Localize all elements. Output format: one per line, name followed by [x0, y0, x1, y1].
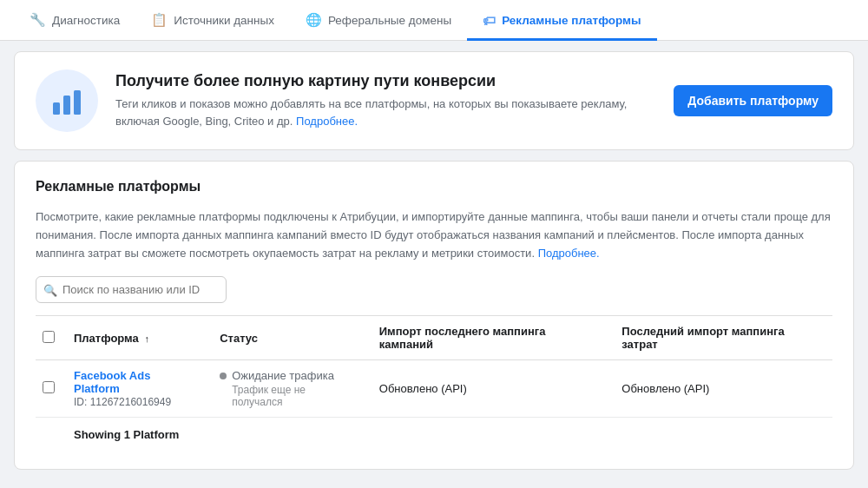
- tab-diagnostics[interactable]: 🔧 Диагностика: [14, 0, 135, 41]
- svg-rect-0: [53, 102, 60, 115]
- table-header-row: Платформа ↑ Статус Импорт последнего мап…: [36, 316, 832, 360]
- svg-rect-2: [74, 90, 81, 115]
- campaign-mapping-cell: Обновлено (API): [369, 360, 612, 418]
- description-link[interactable]: Подробнее.: [538, 247, 600, 260]
- footer-label: Showing 1 Platform: [63, 418, 832, 452]
- tab-navigation: 🔧 Диагностика 📋 Источники данных 🌐 Рефер…: [0, 0, 868, 41]
- diagnostics-icon: 🔧: [30, 12, 46, 28]
- col-cost-mapping: Последний импорт маппинга затрат: [611, 316, 832, 360]
- row-checkbox[interactable]: [43, 381, 55, 393]
- search-input[interactable]: [36, 276, 227, 303]
- tab-data-sources[interactable]: 📋 Источники данных: [135, 0, 290, 41]
- select-all-checkbox[interactable]: [43, 331, 55, 343]
- tab-referral-label: Реферальные домены: [328, 14, 451, 27]
- banner-link[interactable]: Подробнее.: [296, 115, 358, 128]
- cost-mapping-cell: Обновлено (API): [611, 360, 832, 418]
- col-campaign-mapping: Импорт последнего маппинга кампаний: [369, 316, 612, 360]
- ad-platforms-icon: 🏷: [483, 13, 496, 28]
- data-sources-icon: 📋: [151, 12, 168, 28]
- tab-ad-platforms[interactable]: 🏷 Рекламные платформы: [467, 0, 656, 41]
- col-platform: Платформа ↑: [63, 316, 209, 360]
- footer-empty-cb: [36, 418, 63, 452]
- status-dot-icon: [220, 373, 227, 379]
- platforms-table: Платформа ↑ Статус Импорт последнего мап…: [36, 315, 832, 452]
- row-checkbox-cell: [36, 360, 63, 418]
- banner-description: Теги кликов и показов можно добавлять на…: [115, 96, 656, 129]
- tab-ad-platforms-label: Рекламные платформы: [502, 14, 641, 27]
- section-description: Посмотрите, какие рекламные платформы по…: [36, 208, 832, 262]
- add-platform-button[interactable]: Добавить платформу: [674, 85, 832, 116]
- banner-title: Получите более полную картину пути конве…: [115, 72, 656, 90]
- svg-rect-1: [63, 96, 70, 115]
- table-footer-row: Showing 1 Platform: [36, 418, 832, 452]
- tab-diagnostics-label: Диагностика: [52, 14, 120, 27]
- tab-data-sources-label: Источники данных: [174, 14, 274, 27]
- status-label: Ожидание трафика: [220, 369, 358, 382]
- tab-referral-domains[interactable]: 🌐 Реферальные домены: [290, 0, 467, 41]
- search-icon: 🔍: [43, 283, 57, 296]
- platform-cell: Facebook Ads Platform ID: 11267216016949: [63, 360, 209, 418]
- section-title: Рекламные платформы: [36, 179, 832, 195]
- search-container: 🔍: [36, 276, 227, 303]
- banner-text: Получите более полную картину пути конве…: [115, 72, 656, 129]
- platform-id: ID: 11267216016949: [74, 396, 171, 408]
- col-status: Статус: [209, 316, 369, 360]
- status-sublabel: Трафик еще не получался: [220, 384, 358, 408]
- platform-link[interactable]: Facebook Ads Platform: [74, 369, 199, 395]
- chart-icon: [49, 83, 84, 118]
- referral-icon: 🌐: [306, 12, 322, 28]
- status-cell: Ожидание трафика Трафик еще не получался: [209, 360, 369, 418]
- status-content: Ожидание трафика Трафик еще не получался: [220, 369, 358, 408]
- table-row: Facebook Ads Platform ID: 11267216016949…: [36, 360, 832, 418]
- main-panel: Рекламные платформы Посмотрите, какие ре…: [14, 161, 854, 470]
- info-banner: Получите более полную картину пути конве…: [14, 51, 854, 150]
- sort-arrow-icon: ↑: [144, 333, 149, 344]
- banner-icon: [36, 69, 98, 132]
- select-all-header: [36, 316, 63, 360]
